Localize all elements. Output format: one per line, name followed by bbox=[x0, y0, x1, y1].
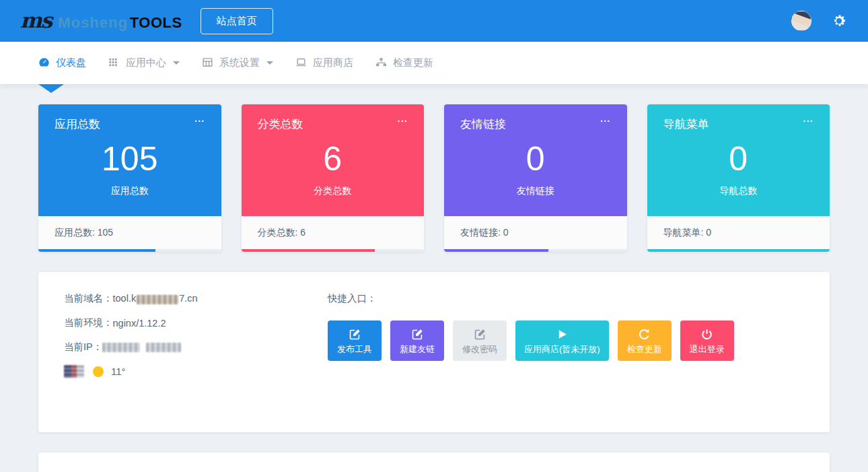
top-header-bar: ms Mosheng TOOLS 站点首页 bbox=[0, 0, 868, 42]
site-home-button[interactable]: 站点首页 bbox=[201, 8, 273, 34]
current-env-row: 当前环境： nginx/1.12.2 bbox=[64, 316, 328, 329]
stat-card-value: 0 bbox=[663, 140, 814, 179]
nav-item-label: 检查更新 bbox=[393, 57, 433, 69]
card-menu-dots[interactable]: ... bbox=[600, 116, 611, 121]
chevron-down-icon bbox=[173, 61, 180, 65]
stat-card-title: 导航菜单 bbox=[663, 116, 709, 132]
stat-card-progressbar bbox=[444, 249, 627, 252]
logo-brand-name: Mosheng bbox=[58, 14, 128, 32]
stat-card-header: 导航菜单 ... 0 导航总数 bbox=[647, 104, 830, 216]
nav-item-app-store[interactable]: 应用商店 bbox=[295, 57, 353, 70]
quick-entry-section: 快捷入口： 发布工具 新建友链 修改密码 应用商店(暂未开放) bbox=[328, 292, 804, 412]
grid-icon bbox=[108, 57, 120, 70]
power-icon bbox=[700, 328, 713, 341]
nav-item-label: 应用商店 bbox=[313, 57, 353, 69]
nav-item-app-center[interactable]: 应用中心 bbox=[108, 57, 180, 70]
masked-domain-segment bbox=[137, 295, 178, 304]
stat-card-value: 0 bbox=[460, 140, 611, 179]
masked-ip-segment bbox=[146, 343, 181, 352]
stat-card-categories-total: 分类总数 ... 6 分类总数 分类总数: 6 bbox=[242, 104, 425, 252]
nav-item-dashboard[interactable]: 仪表盘 bbox=[38, 57, 86, 70]
bottom-partial-panel bbox=[38, 452, 830, 472]
stat-card-subtitle: 分类总数 bbox=[258, 185, 408, 197]
edit-icon bbox=[411, 328, 424, 341]
stat-card-title: 应用总数 bbox=[55, 116, 100, 132]
card-menu-dots[interactable]: ... bbox=[194, 116, 205, 121]
stat-card-progressbar bbox=[647, 249, 830, 252]
stat-card-title: 分类总数 bbox=[258, 116, 303, 132]
stat-card-apps-total: 应用总数 ... 105 应用总数 应用总数: 105 bbox=[38, 104, 221, 252]
stat-card-subtitle: 友情链接 bbox=[460, 185, 611, 197]
play-icon bbox=[556, 328, 569, 341]
stat-card-footer-text: 分类总数: 6 bbox=[242, 216, 425, 249]
active-tab-pointer bbox=[38, 84, 64, 93]
nav-item-label: 仪表盘 bbox=[56, 57, 86, 69]
check-update-button[interactable]: 检查更新 bbox=[618, 321, 672, 361]
sitemap-icon bbox=[375, 57, 387, 70]
table-icon bbox=[202, 57, 213, 70]
current-ip-row: 当前IP： bbox=[64, 341, 328, 353]
edit-icon bbox=[474, 328, 486, 341]
stat-card-value: 105 bbox=[55, 140, 205, 179]
masked-location-flag bbox=[64, 365, 84, 378]
current-domain-label: 当前域名： bbox=[64, 292, 113, 305]
nav-item-label: 系统设置 bbox=[219, 57, 260, 69]
main-content: 应用总数 ... 105 应用总数 应用总数: 105 分类总数 ... 6 分… bbox=[0, 84, 868, 472]
current-env-value: nginx/1.12.2 bbox=[113, 318, 166, 329]
weather-row: 11° bbox=[64, 365, 328, 378]
stat-card-friend-links: 友情链接 ... 0 友情链接 友情链接: 0 bbox=[444, 104, 627, 252]
current-domain-value: tool.k7.cn bbox=[113, 293, 198, 304]
stat-card-footer-text: 友情链接: 0 bbox=[444, 216, 627, 249]
stat-card-nav-menu: 导航菜单 ... 0 导航总数 导航菜单: 0 bbox=[647, 104, 830, 252]
stat-card-footer-text: 应用总数: 105 bbox=[38, 216, 221, 249]
quick-entry-label: 快捷入口： bbox=[328, 292, 804, 305]
stat-card-footer-text: 导航菜单: 0 bbox=[647, 216, 830, 249]
masked-ip-segment bbox=[102, 343, 140, 352]
stat-card-title: 友情链接 bbox=[460, 116, 506, 132]
logo-monogram: ms bbox=[20, 10, 51, 31]
chevron-down-icon bbox=[266, 61, 273, 65]
site-logo[interactable]: ms Mosheng TOOLS bbox=[20, 10, 182, 32]
change-password-button[interactable]: 修改密码 bbox=[453, 321, 507, 361]
nav-item-system-settings[interactable]: 系统设置 bbox=[202, 57, 273, 70]
stat-card-progressbar bbox=[38, 249, 221, 252]
quick-entry-buttons: 发布工具 新建友链 修改密码 应用商店(暂未开放) 检查更新 bbox=[328, 321, 804, 361]
main-navbar: 仪表盘 应用中心 系统设置 应用商店 检查更新 bbox=[0, 42, 868, 84]
stat-card-progressbar bbox=[242, 249, 425, 252]
nav-item-check-update[interactable]: 检查更新 bbox=[375, 57, 433, 70]
current-ip-label: 当前IP： bbox=[64, 341, 102, 353]
card-menu-dots[interactable]: ... bbox=[803, 116, 813, 121]
stat-card-header: 友情链接 ... 0 友情链接 bbox=[444, 104, 627, 216]
stat-card-header: 分类总数 ... 6 分类总数 bbox=[242, 104, 425, 216]
app-store-button[interactable]: 应用商店(暂未开放) bbox=[515, 321, 609, 361]
logo-brand-suffix: TOOLS bbox=[130, 14, 182, 32]
desktop-icon bbox=[295, 57, 307, 70]
temperature-value: 11° bbox=[111, 366, 126, 377]
user-avatar[interactable] bbox=[791, 11, 811, 31]
nav-item-label: 应用中心 bbox=[126, 57, 166, 69]
card-menu-dots[interactable]: ... bbox=[397, 116, 408, 121]
current-domain-row: 当前域名： tool.k7.cn bbox=[64, 292, 328, 305]
tachometer-icon bbox=[38, 57, 50, 70]
logout-button[interactable]: 退出登录 bbox=[680, 321, 734, 361]
current-env-label: 当前环境： bbox=[64, 316, 113, 329]
stat-card-value: 6 bbox=[258, 140, 408, 179]
stat-card-subtitle: 导航总数 bbox=[663, 185, 814, 197]
stat-card-header: 应用总数 ... 105 应用总数 bbox=[38, 104, 221, 216]
settings-gear-icon[interactable] bbox=[832, 13, 848, 29]
edit-icon bbox=[349, 328, 361, 341]
refresh-icon bbox=[638, 328, 651, 341]
sun-weather-icon bbox=[93, 366, 104, 377]
server-info-panel: 当前域名： tool.k7.cn 当前环境： nginx/1.12.2 当前IP… bbox=[38, 272, 830, 432]
publish-tool-button[interactable]: 发布工具 bbox=[328, 321, 382, 361]
stat-cards-row: 应用总数 ... 105 应用总数 应用总数: 105 分类总数 ... 6 分… bbox=[38, 104, 830, 252]
new-friend-link-button[interactable]: 新建友链 bbox=[390, 321, 444, 361]
stat-card-subtitle: 应用总数 bbox=[55, 185, 205, 197]
server-info-column: 当前域名： tool.k7.cn 当前环境： nginx/1.12.2 当前IP… bbox=[64, 292, 328, 412]
